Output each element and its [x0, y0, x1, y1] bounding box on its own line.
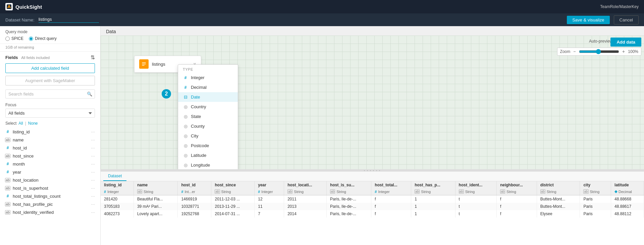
field-name-name: name	[13, 137, 88, 142]
logo-icon	[5, 3, 13, 10]
field-name-listing_id: listing_id	[13, 129, 88, 134]
type-label-country: Country	[191, 104, 206, 109]
col-header-host_ident: host_ident...	[455, 181, 496, 188]
select-label: Select	[5, 121, 16, 126]
save-visualize-button[interactable]: Save & visualize	[567, 16, 609, 24]
field-item-month[interactable]: #month···	[0, 160, 100, 168]
table-cell: 2014	[284, 210, 327, 218]
field-menu-icon-listing_id[interactable]: ···	[91, 129, 95, 134]
focus-section: Focus All fields	[0, 101, 100, 120]
zoom-bar: Zoom － ＋ 100%	[557, 48, 641, 56]
field-item-host_is_superhost[interactable]: abhost_is_superhost···	[0, 184, 100, 192]
field-name-year: year	[13, 170, 88, 175]
spice-option[interactable]: SPICE	[5, 36, 23, 41]
type-option-latitude[interactable]: ◎Latitude	[178, 150, 238, 160]
all-link[interactable]: All	[18, 121, 23, 126]
type-option-city[interactable]: ◎City	[178, 131, 238, 141]
zoom-slider[interactable]	[579, 49, 619, 54]
zoom-number: 100	[628, 49, 635, 54]
fields-section-header: Fields All fields included ⇅	[0, 52, 100, 62]
data-table: listing_idnamehost_idhost_sinceyearhost_…	[101, 181, 644, 218]
table-cell: f	[371, 195, 411, 203]
field-name-host_id: host_id	[13, 145, 88, 150]
cancel-button[interactable]: Cancel	[614, 15, 639, 24]
type-option-date[interactable]: ⊟Date	[178, 92, 238, 102]
none-link[interactable]: None	[28, 121, 38, 126]
field-item-host_identity_verified[interactable]: abhost_identity_verified···	[0, 208, 100, 216]
type-option-country[interactable]: ◎Country	[178, 102, 238, 112]
col-type-year: # Integer	[255, 188, 284, 195]
field-menu-icon-name[interactable]: ···	[91, 137, 95, 142]
search-input[interactable]	[5, 89, 95, 99]
add-calculated-field-button[interactable]: Add calculated field	[5, 63, 95, 73]
field-name-host_location: host_location	[13, 178, 88, 183]
table-cell: Paris, Ile-de-...	[327, 210, 371, 218]
field-menu-icon-host_identity_verified[interactable]: ···	[91, 209, 95, 215]
type-dropdown: Type #Integer#Decimal⊟Date◎Country◎State…	[178, 64, 238, 169]
type-option-decimal[interactable]: #Decimal	[178, 82, 238, 92]
col-header-city: city	[580, 181, 611, 188]
col-header-host_has_p: host_has_p...	[411, 181, 455, 188]
direct-radio[interactable]	[29, 37, 33, 41]
table-cell: Paris	[580, 195, 611, 203]
table-cell: Elysee	[537, 210, 580, 218]
col-type-host_since: ab String	[211, 188, 255, 195]
table-cell: 2013-11-29 ...	[211, 203, 255, 210]
type-label-state: State	[191, 114, 201, 119]
table-cell: Paris	[580, 210, 611, 218]
type-label-date: Date	[191, 95, 200, 100]
field-menu-icon-host_id[interactable]: ···	[91, 145, 95, 150]
table-cell: t	[455, 195, 496, 203]
field-menu-icon-year[interactable]: ···	[91, 169, 95, 175]
field-type-icon-host_id: #	[5, 145, 10, 150]
field-item-listing_id[interactable]: #listing_id···	[0, 128, 100, 136]
table-cell: 1	[411, 203, 455, 210]
focus-select[interactable]: All fields	[5, 109, 95, 118]
data-label: Data	[101, 26, 644, 36]
field-menu-icon-host_has_profile_pic[interactable]: ···	[91, 201, 95, 207]
collapse-icon[interactable]: ⇅	[91, 54, 95, 61]
dataset-bar: Dataset Name: listings Save & visualize …	[0, 13, 644, 26]
augment-sagemaker-button[interactable]: Augment with SageMaker	[5, 76, 95, 85]
col-header-host_id: host_id	[178, 181, 211, 188]
field-name-host_total_listings_count: host_total_listings_count	[13, 194, 88, 199]
field-item-host_location[interactable]: abhost_location···	[0, 176, 100, 184]
zoom-minus-icon[interactable]: －	[572, 49, 577, 55]
col-type-host_is_su: ab String	[327, 188, 371, 195]
type-option-longitude[interactable]: ◎Longitude	[178, 160, 238, 169]
type-icon-county: ◎	[183, 124, 188, 129]
field-item-host_since[interactable]: abhost_since···	[0, 152, 100, 160]
zoom-value: 100%	[628, 49, 638, 54]
field-item-host_total_listings_count[interactable]: #host_total_listings_count···	[0, 192, 100, 200]
field-type-icon-host_has_profile_pic: ab	[5, 202, 10, 206]
canvas-area[interactable]: Auto-preview Add data Zoom － ＋ 100%	[101, 36, 644, 169]
field-type-icon-host_identity_verified: ab	[5, 210, 10, 215]
table-cell: Paris, Ile-de-...	[327, 203, 371, 210]
table-cell: 10328771	[178, 203, 211, 210]
field-menu-icon-host_total_listings_count[interactable]: ···	[91, 193, 95, 199]
field-item-year[interactable]: #year···	[0, 168, 100, 176]
tab-dataset[interactable]: Dataset	[103, 172, 126, 181]
direct-query-option[interactable]: Direct query	[29, 36, 57, 41]
type-option-postcode[interactable]: ◎Postcode	[178, 141, 238, 150]
type-option-county[interactable]: ◎County	[178, 121, 238, 131]
zoom-plus-icon[interactable]: ＋	[621, 49, 626, 55]
add-data-button[interactable]: Add data	[610, 38, 641, 47]
field-item-host_has_profile_pic[interactable]: abhost_has_profile_pic···	[0, 200, 100, 208]
field-menu-icon-month[interactable]: ···	[91, 161, 95, 167]
field-item-name[interactable]: abname···	[0, 136, 100, 144]
table-cell: 3705183	[101, 203, 133, 210]
type-option-state[interactable]: ◎State	[178, 112, 238, 121]
field-menu-icon-host_since[interactable]: ···	[91, 153, 95, 159]
field-menu-icon-host_is_superhost[interactable]: ···	[91, 185, 95, 191]
field-menu-icon-host_location[interactable]: ···	[91, 177, 95, 183]
search-box: 🔍	[5, 89, 95, 99]
direct-label: Direct query	[35, 36, 57, 41]
field-item-host_id[interactable]: #host_id···	[0, 144, 100, 152]
app-name: QuickSight	[15, 4, 42, 10]
table-cell: t	[455, 203, 496, 210]
type-option-integer[interactable]: #Integer	[178, 73, 238, 82]
table-cell: 1	[411, 210, 455, 218]
spice-radio[interactable]	[5, 37, 10, 41]
search-icon: 🔍	[87, 91, 92, 97]
